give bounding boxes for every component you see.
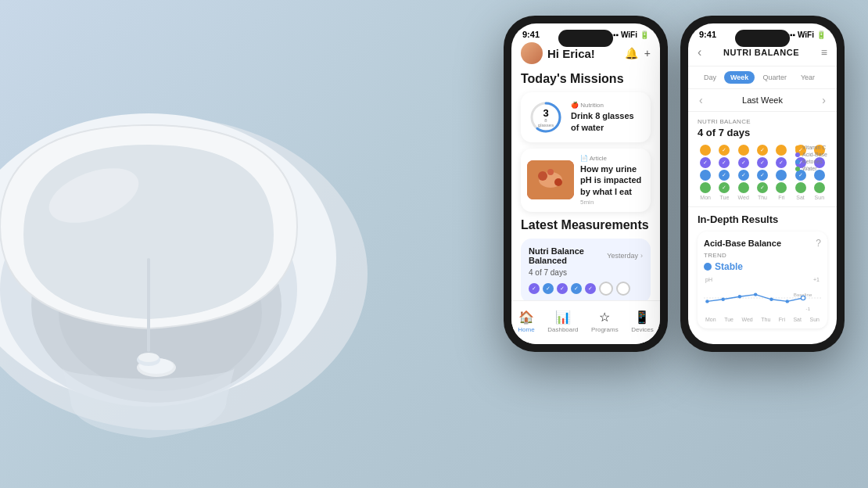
status-time-1: 9:41 <box>522 30 540 39</box>
day-tue: ✓ ✓ ✓ ✓ Tue <box>716 145 732 200</box>
dot-4: ✓ <box>571 283 582 294</box>
c2-wed: Wed <box>741 317 752 322</box>
article-card[interactable]: 📄 Article How my urine pH is impacted by… <box>521 149 651 212</box>
trend-value: Stable <box>704 261 821 272</box>
dot-sun-ket <box>814 170 825 181</box>
nav-programs[interactable]: ☆ Programs <box>591 310 619 333</box>
notification-icon[interactable]: 🔔 <box>625 47 638 59</box>
tab-day[interactable]: Day <box>698 71 723 84</box>
measurement-date: Yesterday <box>607 252 638 260</box>
period-tabs: Day Week Quarter Year <box>688 66 837 89</box>
svg-point-23 <box>754 292 757 296</box>
bottom-nav: 🏠 Home 📊 Dashboard ☆ Programs 📱 Devices <box>511 300 660 344</box>
day-label-mon: Mon <box>700 195 711 200</box>
nav-dashboard[interactable]: 📊 Dashboard <box>547 310 578 333</box>
article-time: 5min <box>580 199 644 206</box>
mission-title: Drink 8 glasses of water <box>571 110 643 133</box>
day-label-wed: Wed <box>738 195 749 200</box>
result-name: Acid-Base Balance <box>704 239 781 248</box>
dot-7 <box>616 282 630 296</box>
c2-tue: Tue <box>724 317 733 322</box>
article-text: 📄 Article How my urine pH is impacted by… <box>580 155 644 206</box>
plus-1-label: +1 <box>813 277 820 282</box>
svg-point-25 <box>786 300 789 303</box>
week-label: Last Week <box>742 95 783 105</box>
tab-year[interactable]: Year <box>794 71 821 84</box>
battery-icon-2: 🔋 <box>816 30 826 39</box>
nav-devices[interactable]: 📱 Devices <box>631 310 653 333</box>
dynamic-island-1 <box>558 30 613 47</box>
svg-rect-8 <box>147 258 150 352</box>
status-icons-2: ▪▪▪ WiFi 🔋 <box>787 30 826 39</box>
dashboard-icon: 📊 <box>555 310 571 325</box>
dot-mon-vitc <box>700 145 711 156</box>
measurement-name-block: Nutri Balance Balanced <box>529 246 584 265</box>
status-icons-1: ▪▪▪ WiFi 🔋 <box>610 30 649 39</box>
dot-thu-acid: ✓ <box>757 157 768 168</box>
trend-text: Stable <box>715 261 743 272</box>
chart-bars-container: ✓ Mon ✓ ✓ ✓ ✓ Tue ✓ ✓ <box>698 145 827 200</box>
mission-progress-ring: 3 8 glasses <box>529 100 563 135</box>
dot-wed-water <box>738 182 749 193</box>
back-icon[interactable]: ‹ <box>698 45 701 59</box>
tab-quarter[interactable]: Quarter <box>756 71 793 84</box>
dot-fri-ket <box>776 170 787 181</box>
dot-tue-ket: ✓ <box>719 170 730 181</box>
measurement-card[interactable]: Nutri Balance Balanced Yesterday › 4 of … <box>521 239 651 303</box>
svg-point-22 <box>738 295 741 298</box>
c2-mon: Mon <box>705 317 716 322</box>
dot-mon-ket <box>700 170 711 181</box>
add-icon[interactable]: + <box>644 47 651 59</box>
phone-2-screen: 9:41 ▪▪▪ WiFi 🔋 ‹ NUTRI BALANCE ≡ Day We… <box>688 23 837 344</box>
dot-3: ✓ <box>557 283 568 294</box>
svg-point-20 <box>705 300 708 303</box>
legend-label-vitc: Vitamin C <box>802 145 826 150</box>
tab-week[interactable]: Week <box>724 71 755 84</box>
dot-thu-water: ✓ <box>757 182 768 193</box>
svg-text:-1: -1 <box>806 306 811 311</box>
info-icon[interactable]: ? <box>816 238 821 249</box>
mission-card-water: 3 8 glasses 🍎 Nutrition Drink 8 glasses … <box>521 92 651 142</box>
dot-fri-acid: ✓ <box>776 157 787 168</box>
day-label-thu: Thu <box>758 195 767 200</box>
programs-icon: ☆ <box>599 310 610 325</box>
day-fri: ✓ Fri <box>773 145 789 200</box>
battery-icon-1: 🔋 <box>640 30 649 39</box>
dot-mon-acid: ✓ <box>700 157 711 168</box>
next-week-button[interactable]: › <box>822 94 826 106</box>
c2-sun: Sun <box>809 317 819 322</box>
trend-dot <box>704 263 712 271</box>
article-title: How my urine pH is impacted by what I ea… <box>580 163 644 197</box>
dot-row: ✓ ✓ ✓ ✓ ✓ <box>529 282 643 296</box>
day-label-fri: Fri <box>778 195 784 200</box>
prev-week-button[interactable]: ‹ <box>699 94 703 106</box>
nav-home[interactable]: 🏠 Home <box>518 310 534 333</box>
legend-ket: Ketones <box>795 159 827 164</box>
mini-line-chart: Baseline -1 <box>704 282 821 314</box>
dot-wed-ket: ✓ <box>738 170 749 181</box>
c2-thu: Thu <box>761 317 770 322</box>
ph-label: pH <box>705 277 712 282</box>
phone1-content: Hi Erica! 🔔 + Today's Missions <box>511 42 660 324</box>
measurements-title: Latest Measurements <box>521 218 651 232</box>
legend-dot-vitc <box>795 145 800 150</box>
c2-fri: Fri <box>779 317 785 322</box>
header-icons: 🔔 + <box>625 47 651 59</box>
dot-wed-acid: ✓ <box>738 157 749 168</box>
dot-fri-water <box>776 182 787 193</box>
svg-point-10 <box>138 353 159 362</box>
phone-2: 9:41 ▪▪▪ WiFi 🔋 ‹ NUTRI BALANCE ≡ Day We… <box>680 16 845 352</box>
c2-sat: Sat <box>793 317 802 322</box>
wifi-icon-1: WiFi <box>621 30 637 39</box>
menu-icon[interactable]: ≡ <box>821 46 827 59</box>
measurement-header: Nutri Balance Balanced Yesterday › <box>529 246 643 265</box>
chart-title: 4 of 7 days <box>698 127 827 138</box>
indepth-section: In-Depth Results Acid-Base Balance ? TRE… <box>688 207 837 335</box>
measurement-date-block: Yesterday › <box>607 252 643 260</box>
nav-devices-label: Devices <box>631 326 653 333</box>
measurement-arrow: › <box>640 252 643 260</box>
indepth-title: In-Depth Results <box>698 214 827 225</box>
legend-dot-acid <box>795 152 800 157</box>
toilet-background <box>0 0 446 488</box>
ph-labels: pH +1 <box>704 277 821 282</box>
